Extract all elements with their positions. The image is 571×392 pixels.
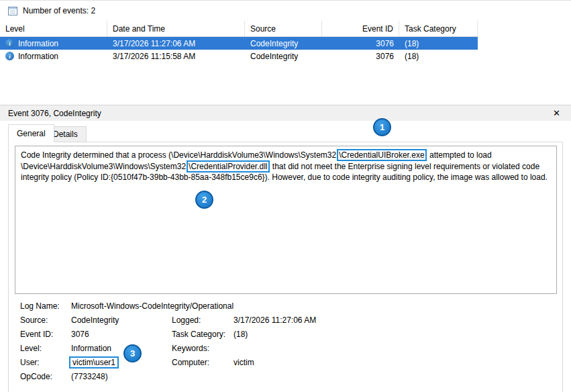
event-source-cell: CodeIntegrity: [245, 50, 322, 62]
level-label: Level:: [20, 344, 71, 353]
event-id-value: 3076: [71, 330, 172, 339]
computer-label: Computer:: [172, 358, 233, 367]
log-name-label: Log Name:: [20, 301, 71, 311]
event-id-label: Event ID:: [20, 330, 71, 339]
event-level-cell: i Information: [0, 37, 107, 50]
field-row-source: Source: CodeIntegrity Logged: 3/17/2026 …: [20, 313, 557, 327]
event-row-2[interactable]: i Information 3/17/2026 11:15:58 AM Code…: [0, 50, 571, 62]
column-header-event-id[interactable]: Event ID: [322, 21, 399, 36]
field-row-opcode: OpCode: (7733248): [20, 369, 557, 383]
column-header-task-category[interactable]: Task Category: [399, 21, 478, 36]
user-label: User:: [20, 358, 71, 367]
highlight-credentialprovider-dll: \CredentialProvider.dll: [187, 160, 269, 173]
level-value: Information: [71, 344, 172, 353]
logged-value: 3/17/2026 11:27:06 AM: [233, 315, 557, 325]
event-level-text: Information: [18, 52, 58, 61]
field-row-event-id: Event ID: 3076 Task Category: (18): [20, 327, 557, 341]
column-header-date-time[interactable]: Date and Time: [107, 21, 245, 36]
event-task-category-cell: (18): [399, 37, 478, 50]
event-log-icon: [8, 7, 17, 15]
highlight-credentialuibroker-exe: \CredentialUIBroker.exe: [337, 149, 426, 161]
event-level-text: Information: [18, 39, 58, 48]
event-task-category-cell: (18): [399, 50, 478, 62]
highlight-user-value: victim\user1: [69, 356, 119, 369]
event-detail-title: Event 3076, CodeIntegrity: [8, 109, 550, 118]
information-icon: i: [5, 52, 14, 60]
detail-tab-strip: General Details: [0, 121, 571, 142]
field-row-user: User: victim\user1 Computer: victim: [20, 355, 557, 369]
source-value: CodeIntegrity: [71, 315, 172, 325]
description-segment: Code Integrity determined that a process…: [21, 150, 336, 160]
tab-general[interactable]: General: [8, 124, 54, 142]
opcode-value: (7733248): [71, 372, 172, 381]
events-count-header: Number of events: 2: [0, 1, 571, 21]
annotation-callout-3: 3: [123, 344, 142, 362]
event-detail-title-bar: Event 3076, CodeIntegrity ✕: [0, 105, 571, 121]
information-icon: i: [5, 39, 14, 48]
task-category-value: (18): [233, 330, 557, 339]
source-label: Source:: [20, 315, 71, 325]
event-id-cell: 3076: [322, 50, 399, 62]
log-name-value: Microsoft-Windows-CodeIntegrity/Operatio…: [71, 301, 557, 311]
opcode-label: OpCode:: [20, 372, 71, 381]
event-level-cell: i Information: [0, 50, 107, 62]
logged-label: Logged:: [172, 315, 233, 325]
annotation-callout-1: 1: [373, 118, 391, 136]
event-properties: Log Name: Microsoft-Windows-CodeIntegrit…: [20, 299, 557, 383]
task-category-label: Task Category:: [172, 330, 233, 339]
close-icon[interactable]: ✕: [550, 107, 563, 119]
computer-value: victim: [233, 358, 557, 367]
event-viewer-events-pane: Number of events: 2 Level Date and Time …: [0, 0, 571, 392]
event-list-header: Level Date and Time Source Event ID Task…: [0, 21, 571, 37]
event-description-box[interactable]: Code Integrity determined that a process…: [15, 146, 557, 294]
user-value-wrap: victim\user1: [71, 356, 172, 369]
event-datetime-cell: 3/17/2026 11:15:58 AM: [107, 50, 245, 62]
annotation-callout-2: 2: [195, 191, 213, 209]
events-count-label: Number of events: 2: [23, 6, 95, 15]
event-datetime-cell: 3/17/2026 11:27:06 AM: [107, 37, 245, 50]
event-source-cell: CodeIntegrity: [245, 37, 322, 50]
event-id-cell: 3076: [322, 37, 399, 50]
field-row-level: Level: Information Keywords:: [20, 341, 557, 355]
field-row-log-name: Log Name: Microsoft-Windows-CodeIntegrit…: [20, 299, 557, 313]
column-header-level[interactable]: Level: [0, 21, 107, 36]
event-row-1[interactable]: i Information 3/17/2026 11:27:06 AM Code…: [0, 37, 571, 50]
keywords-label: Keywords:: [172, 344, 233, 353]
column-header-source[interactable]: Source: [245, 21, 322, 36]
